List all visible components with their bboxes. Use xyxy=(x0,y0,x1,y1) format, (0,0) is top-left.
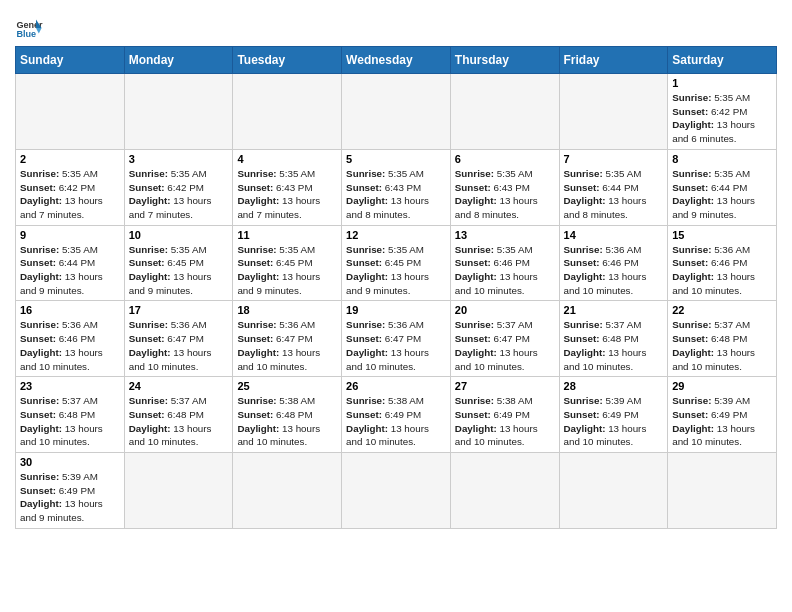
calendar-body: 1Sunrise: 5:35 AMSunset: 6:42 PMDaylight… xyxy=(16,74,777,529)
svg-marker-3 xyxy=(36,28,42,34)
day-cell: 25Sunrise: 5:38 AMSunset: 6:48 PMDayligh… xyxy=(233,377,342,453)
day-cell xyxy=(450,74,559,150)
day-info: Sunrise: 5:35 AMSunset: 6:42 PMDaylight:… xyxy=(129,167,229,222)
week-row-1: 2Sunrise: 5:35 AMSunset: 6:42 PMDaylight… xyxy=(16,149,777,225)
day-info: Sunrise: 5:36 AMSunset: 6:46 PMDaylight:… xyxy=(564,243,664,298)
day-number: 30 xyxy=(20,456,120,468)
week-row-4: 23Sunrise: 5:37 AMSunset: 6:48 PMDayligh… xyxy=(16,377,777,453)
calendar: SundayMondayTuesdayWednesdayThursdayFrid… xyxy=(15,46,777,529)
day-cell: 9Sunrise: 5:35 AMSunset: 6:44 PMDaylight… xyxy=(16,225,125,301)
day-cell xyxy=(559,74,668,150)
day-cell: 26Sunrise: 5:38 AMSunset: 6:49 PMDayligh… xyxy=(342,377,451,453)
day-number: 19 xyxy=(346,304,446,316)
day-info: Sunrise: 5:36 AMSunset: 6:46 PMDaylight:… xyxy=(672,243,772,298)
day-number: 14 xyxy=(564,229,664,241)
weekday-thursday: Thursday xyxy=(450,47,559,74)
day-info: Sunrise: 5:38 AMSunset: 6:49 PMDaylight:… xyxy=(346,394,446,449)
day-info: Sunrise: 5:36 AMSunset: 6:47 PMDaylight:… xyxy=(346,318,446,373)
day-cell: 2Sunrise: 5:35 AMSunset: 6:42 PMDaylight… xyxy=(16,149,125,225)
day-number: 2 xyxy=(20,153,120,165)
day-info: Sunrise: 5:36 AMSunset: 6:47 PMDaylight:… xyxy=(237,318,337,373)
day-cell xyxy=(233,74,342,150)
week-row-5: 30Sunrise: 5:39 AMSunset: 6:49 PMDayligh… xyxy=(16,453,777,529)
day-info: Sunrise: 5:35 AMSunset: 6:45 PMDaylight:… xyxy=(237,243,337,298)
header: General Blue xyxy=(15,10,777,42)
day-info: Sunrise: 5:35 AMSunset: 6:42 PMDaylight:… xyxy=(672,91,772,146)
day-info: Sunrise: 5:39 AMSunset: 6:49 PMDaylight:… xyxy=(20,470,120,525)
day-number: 29 xyxy=(672,380,772,392)
day-cell: 20Sunrise: 5:37 AMSunset: 6:47 PMDayligh… xyxy=(450,301,559,377)
svg-text:Blue: Blue xyxy=(16,29,36,39)
day-info: Sunrise: 5:37 AMSunset: 6:48 PMDaylight:… xyxy=(129,394,229,449)
day-number: 18 xyxy=(237,304,337,316)
day-number: 22 xyxy=(672,304,772,316)
day-cell: 29Sunrise: 5:39 AMSunset: 6:49 PMDayligh… xyxy=(668,377,777,453)
day-info: Sunrise: 5:35 AMSunset: 6:43 PMDaylight:… xyxy=(237,167,337,222)
day-number: 15 xyxy=(672,229,772,241)
day-cell: 13Sunrise: 5:35 AMSunset: 6:46 PMDayligh… xyxy=(450,225,559,301)
day-number: 1 xyxy=(672,77,772,89)
day-cell: 7Sunrise: 5:35 AMSunset: 6:44 PMDaylight… xyxy=(559,149,668,225)
logo-icon: General Blue xyxy=(15,14,43,42)
day-cell xyxy=(450,453,559,529)
day-number: 20 xyxy=(455,304,555,316)
day-info: Sunrise: 5:37 AMSunset: 6:48 PMDaylight:… xyxy=(20,394,120,449)
day-cell: 30Sunrise: 5:39 AMSunset: 6:49 PMDayligh… xyxy=(16,453,125,529)
week-row-0: 1Sunrise: 5:35 AMSunset: 6:42 PMDaylight… xyxy=(16,74,777,150)
day-cell: 8Sunrise: 5:35 AMSunset: 6:44 PMDaylight… xyxy=(668,149,777,225)
day-number: 21 xyxy=(564,304,664,316)
weekday-saturday: Saturday xyxy=(668,47,777,74)
weekday-sunday: Sunday xyxy=(16,47,125,74)
day-number: 26 xyxy=(346,380,446,392)
day-info: Sunrise: 5:35 AMSunset: 6:44 PMDaylight:… xyxy=(672,167,772,222)
day-number: 27 xyxy=(455,380,555,392)
day-info: Sunrise: 5:38 AMSunset: 6:49 PMDaylight:… xyxy=(455,394,555,449)
day-number: 3 xyxy=(129,153,229,165)
day-cell: 1Sunrise: 5:35 AMSunset: 6:42 PMDaylight… xyxy=(668,74,777,150)
day-number: 24 xyxy=(129,380,229,392)
day-cell: 4Sunrise: 5:35 AMSunset: 6:43 PMDaylight… xyxy=(233,149,342,225)
day-cell xyxy=(342,453,451,529)
weekday-tuesday: Tuesday xyxy=(233,47,342,74)
day-cell: 5Sunrise: 5:35 AMSunset: 6:43 PMDaylight… xyxy=(342,149,451,225)
day-cell: 12Sunrise: 5:35 AMSunset: 6:45 PMDayligh… xyxy=(342,225,451,301)
day-cell: 24Sunrise: 5:37 AMSunset: 6:48 PMDayligh… xyxy=(124,377,233,453)
day-number: 9 xyxy=(20,229,120,241)
day-info: Sunrise: 5:36 AMSunset: 6:46 PMDaylight:… xyxy=(20,318,120,373)
day-cell: 23Sunrise: 5:37 AMSunset: 6:48 PMDayligh… xyxy=(16,377,125,453)
day-cell xyxy=(668,453,777,529)
day-cell xyxy=(559,453,668,529)
day-info: Sunrise: 5:35 AMSunset: 6:43 PMDaylight:… xyxy=(455,167,555,222)
day-info: Sunrise: 5:37 AMSunset: 6:47 PMDaylight:… xyxy=(455,318,555,373)
day-number: 5 xyxy=(346,153,446,165)
weekday-friday: Friday xyxy=(559,47,668,74)
day-info: Sunrise: 5:39 AMSunset: 6:49 PMDaylight:… xyxy=(672,394,772,449)
day-cell: 21Sunrise: 5:37 AMSunset: 6:48 PMDayligh… xyxy=(559,301,668,377)
day-cell: 18Sunrise: 5:36 AMSunset: 6:47 PMDayligh… xyxy=(233,301,342,377)
day-cell: 14Sunrise: 5:36 AMSunset: 6:46 PMDayligh… xyxy=(559,225,668,301)
day-number: 11 xyxy=(237,229,337,241)
day-cell xyxy=(124,74,233,150)
weekday-wednesday: Wednesday xyxy=(342,47,451,74)
day-cell: 10Sunrise: 5:35 AMSunset: 6:45 PMDayligh… xyxy=(124,225,233,301)
day-info: Sunrise: 5:37 AMSunset: 6:48 PMDaylight:… xyxy=(564,318,664,373)
day-cell xyxy=(342,74,451,150)
day-number: 13 xyxy=(455,229,555,241)
day-info: Sunrise: 5:35 AMSunset: 6:45 PMDaylight:… xyxy=(129,243,229,298)
day-info: Sunrise: 5:35 AMSunset: 6:44 PMDaylight:… xyxy=(564,167,664,222)
day-cell: 17Sunrise: 5:36 AMSunset: 6:47 PMDayligh… xyxy=(124,301,233,377)
day-number: 7 xyxy=(564,153,664,165)
day-number: 8 xyxy=(672,153,772,165)
day-number: 4 xyxy=(237,153,337,165)
day-cell: 15Sunrise: 5:36 AMSunset: 6:46 PMDayligh… xyxy=(668,225,777,301)
calendar-header: SundayMondayTuesdayWednesdayThursdayFrid… xyxy=(16,47,777,74)
day-number: 16 xyxy=(20,304,120,316)
day-info: Sunrise: 5:38 AMSunset: 6:48 PMDaylight:… xyxy=(237,394,337,449)
day-cell: 3Sunrise: 5:35 AMSunset: 6:42 PMDaylight… xyxy=(124,149,233,225)
day-cell: 11Sunrise: 5:35 AMSunset: 6:45 PMDayligh… xyxy=(233,225,342,301)
day-cell xyxy=(16,74,125,150)
day-cell: 28Sunrise: 5:39 AMSunset: 6:49 PMDayligh… xyxy=(559,377,668,453)
day-number: 23 xyxy=(20,380,120,392)
day-number: 6 xyxy=(455,153,555,165)
day-number: 17 xyxy=(129,304,229,316)
